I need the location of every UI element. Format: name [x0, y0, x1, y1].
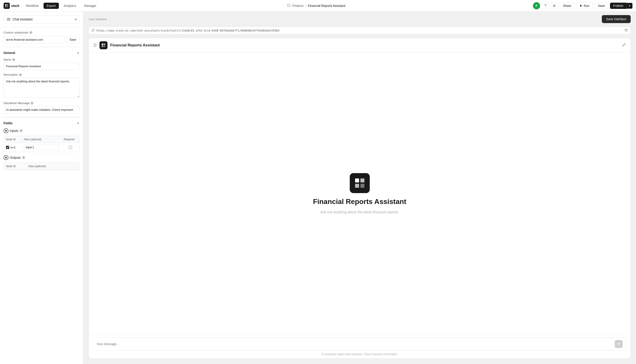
type-selector[interactable]: Chat Assistant ▾	[4, 15, 80, 24]
name-input[interactable]	[4, 62, 80, 70]
publish-dropdown-button[interactable]: ▾	[626, 3, 632, 9]
message-input[interactable]	[97, 342, 612, 346]
inputs-subsection: Inputs ? Node ID Alias (optional) Requir…	[4, 128, 80, 152]
breadcrumb-current: Financial Reports Assistant	[308, 4, 345, 8]
nav-tab-analytics[interactable]: Analytics	[61, 3, 79, 9]
alias-input[interactable]	[24, 145, 59, 150]
subdomain-label-row: Custom subdomain ?	[4, 31, 80, 34]
row-node-id-cell: in-0	[4, 144, 22, 151]
inputs-circle-icon	[4, 128, 9, 133]
col-node-id: Node ID	[4, 136, 22, 143]
col-required: Required	[62, 136, 79, 143]
row-checkbox[interactable]	[6, 146, 9, 149]
disclaimer-help-icon[interactable]: ?	[31, 102, 34, 105]
subdomain-section: Custom subdomain ? Save	[0, 27, 83, 47]
svg-rect-12	[355, 178, 359, 182]
subdomain-input[interactable]	[4, 36, 64, 43]
publish-button[interactable]: Publish ▾	[610, 3, 632, 9]
chat-description: Ask me anything about the latest financi…	[320, 210, 399, 214]
disclaimer-field: Disclaimer Message ?	[4, 102, 80, 114]
outputs-help-icon[interactable]: ?	[22, 156, 25, 159]
type-selector-chevron: ▾	[75, 17, 77, 22]
nav-tab-workflow[interactable]: Workflow	[23, 3, 42, 9]
app-logo[interactable]: stack	[4, 3, 19, 9]
logo-icon	[4, 3, 10, 9]
share-button[interactable]: Share	[560, 2, 574, 9]
out-col-alias: Alias (optional)	[26, 163, 79, 170]
outputs-table: Node ID Alias (optional)	[4, 163, 80, 170]
type-selector-label: Chat Assistant	[13, 18, 33, 21]
node-id-value: in-0	[11, 146, 15, 149]
subdomain-help-icon[interactable]: ?	[29, 31, 33, 34]
outputs-subsection: Outputs ? Node ID Alias (optional)	[4, 155, 80, 170]
edit-icon[interactable]	[622, 43, 626, 48]
general-collapse-button[interactable]: ∧	[77, 50, 80, 55]
svg-rect-13	[360, 178, 364, 182]
svg-rect-8	[102, 44, 103, 45]
svg-rect-14	[355, 184, 359, 188]
folder-icon	[287, 4, 291, 8]
send-button[interactable]	[615, 340, 623, 348]
svg-rect-15	[360, 184, 364, 188]
save-button[interactable]: Save	[594, 2, 608, 9]
message-input-container	[93, 338, 626, 350]
name-help-icon[interactable]: ?	[12, 58, 15, 61]
svg-rect-3	[7, 6, 8, 7]
top-navigation: stack Workflow Export Analytics Manager …	[0, 0, 636, 12]
fields-section: Fields ∧ Inputs ? Node ID Alias (optiona…	[0, 117, 83, 174]
svg-point-4	[554, 5, 555, 6]
svg-rect-6	[7, 18, 10, 20]
outputs-label: Outputs	[10, 156, 21, 159]
user-avatar[interactable]: P	[533, 2, 540, 9]
fields-collapse-button[interactable]: ∧	[77, 121, 80, 125]
svg-rect-2	[5, 6, 7, 7]
refresh-icon[interactable]	[92, 29, 95, 32]
chat-logo-large	[350, 173, 370, 193]
save-interface-button[interactable]: Save Interface	[602, 15, 631, 23]
nav-right-actions: P ? Share Run Save Publish ▾	[533, 2, 632, 9]
breadcrumb-folder[interactable]: Finance	[292, 4, 304, 8]
name-label: Name	[4, 58, 11, 61]
general-title: General	[4, 51, 15, 54]
disclaimer-input[interactable]	[4, 106, 80, 114]
fields-section-header: Fields ∧	[4, 121, 80, 125]
logo-text: stack	[11, 4, 19, 8]
type-icon	[7, 17, 11, 22]
url-bar: https://www.stack-ai.com/chat-assistant/…	[89, 27, 631, 34]
svg-marker-5	[580, 5, 582, 7]
description-input[interactable]: Ask me anything about the latest financi…	[4, 78, 80, 98]
publish-main-button[interactable]: Publish	[610, 3, 626, 9]
svg-rect-10	[102, 46, 103, 47]
out-col-node-id: Node ID	[4, 163, 26, 170]
menu-icon[interactable]: ☰	[93, 43, 97, 48]
breadcrumb: Finance / Financial Reports Assistant	[101, 4, 531, 8]
chat-header: ☰ Financial Reports Assistant	[89, 38, 630, 52]
chat-assistant-heading: Financial Reports Assistant	[313, 198, 406, 206]
inputs-help-icon[interactable]: ?	[20, 129, 23, 132]
nav-tab-manager[interactable]: Manager	[81, 3, 100, 9]
subdomain-save-button[interactable]: Save	[66, 36, 80, 43]
chat-preview: ☰ Financial Reports Assistant	[89, 38, 631, 359]
name-field: Name ?	[4, 58, 80, 70]
url-text: https://www.stack-ai.com/chat-assistant/…	[96, 29, 623, 32]
run-button[interactable]: Run	[576, 2, 593, 9]
copy-icon[interactable]	[625, 29, 628, 32]
disclaimer-label: Disclaimer Message	[4, 102, 30, 105]
svg-rect-0	[5, 4, 7, 6]
description-label: Description	[4, 73, 18, 76]
chat-body: Financial Reports Assistant Ask me anyth…	[89, 52, 630, 335]
left-panel: Chat Assistant ▾ Custom subdomain ? Save…	[0, 12, 83, 364]
inputs-table-header: Node ID Alias (optional) Required	[4, 136, 79, 143]
main-layout: Chat Assistant ▾ Custom subdomain ? Save…	[0, 12, 636, 364]
svg-rect-9	[104, 44, 105, 45]
help-button[interactable]: ?	[542, 2, 549, 9]
settings-button[interactable]	[551, 2, 558, 9]
right-panel: User Interface Save Interface https://ww…	[83, 12, 636, 364]
nav-tab-export[interactable]: Export	[44, 3, 59, 9]
subdomain-input-row: Save	[4, 36, 80, 43]
inputs-table: Node ID Alias (optional) Required in-0	[4, 136, 80, 152]
svg-rect-11	[104, 46, 105, 47]
svg-rect-1	[7, 4, 8, 6]
required-checkbox[interactable]	[69, 146, 72, 149]
description-help-icon[interactable]: ?	[19, 73, 22, 76]
